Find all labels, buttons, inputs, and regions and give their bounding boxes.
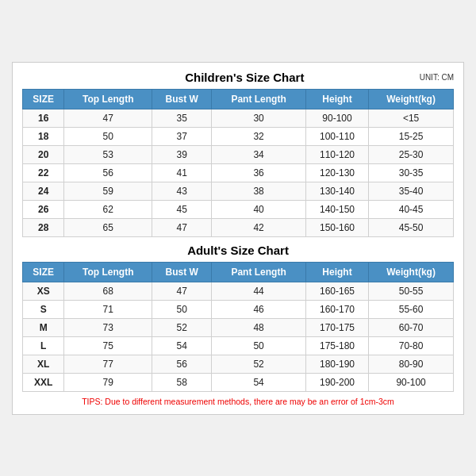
table-row: 18503732100-11015-25 [23,127,454,145]
table-row: XL775652180-19080-90 [23,355,454,373]
adult-col-top-length: Top Length [64,262,152,282]
adult-col-size: SIZE [23,262,64,282]
adult-table-body: XS684744160-16550-55S715046160-17055-60M… [23,282,454,391]
table-row: 20533934110-12025-30 [23,145,454,163]
table-row: 1647353090-100<15 [23,109,454,127]
col-header-pant-length: Pant Length [212,89,306,109]
children-size-table: SIZE Top Length Bust W Pant Length Heigh… [22,89,454,237]
col-header-height: Height [305,89,368,109]
adult-col-pant-length: Pant Length [212,262,306,282]
table-row: XXL795854190-20090-100 [23,373,454,391]
adult-col-bust-w: Bust W [152,262,212,282]
table-row: S715046160-17055-60 [23,300,454,318]
table-row: M735248170-17560-70 [23,318,454,336]
adult-col-height: Height [305,262,368,282]
chart-container: Children's Size Chart UNIT: CM SIZE Top … [12,62,464,415]
table-row: L755450175-18070-80 [23,336,454,355]
children-chart-title: Children's Size Chart [70,71,420,84]
children-title-row: Children's Size Chart UNIT: CM [22,71,454,84]
adult-size-table: SIZE Top Length Bust W Pant Length Heigh… [22,262,454,392]
col-header-bust-w: Bust W [152,89,212,109]
table-row: 24594338130-14035-40 [23,182,454,200]
table-row: XS684744160-16550-55 [23,282,454,300]
adult-header-row: SIZE Top Length Bust W Pant Length Heigh… [23,262,454,282]
adult-col-weight: Weight(kg) [369,262,454,282]
table-row: 26624540140-15040-45 [23,200,454,218]
table-row: 28654742150-16045-50 [23,218,454,236]
unit-label: UNIT: CM [420,73,454,82]
col-header-weight: Weight(kg) [369,89,454,109]
table-row: 22564136120-13030-35 [23,163,454,182]
children-header-row: SIZE Top Length Bust W Pant Length Heigh… [23,89,454,109]
adult-chart-title: Adult's Size Chart [22,244,454,257]
adult-title-row: Adult's Size Chart [22,244,454,257]
tips-text: TIPS: Due to different measurement metho… [22,397,454,406]
children-table-body: 1647353090-100<1518503732100-11015-25205… [23,109,454,236]
col-header-size: SIZE [23,89,64,109]
col-header-top-length: Top Length [64,89,152,109]
